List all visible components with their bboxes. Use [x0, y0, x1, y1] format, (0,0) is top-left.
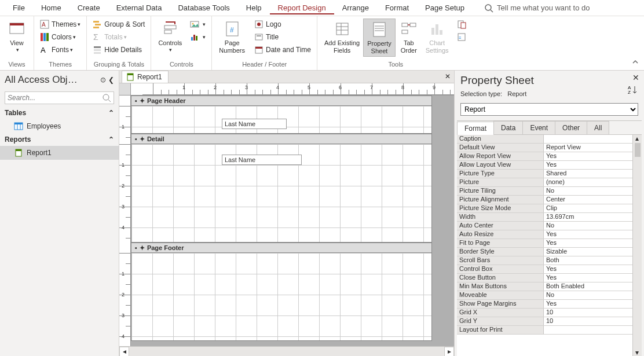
property-row[interactable]: Default ViewReport View	[457, 144, 642, 152]
property-value[interactable]: Report View	[544, 144, 642, 152]
object-selector-select[interactable]: Report	[460, 103, 638, 116]
property-row[interactable]: Scroll BarsBoth	[457, 256, 642, 265]
property-value[interactable]: No	[544, 222, 642, 230]
group-sort-button[interactable]: Group & Sort	[90, 19, 147, 30]
horizontal-scrollbar[interactable]: ◂ ▸	[119, 346, 454, 356]
property-row[interactable]: Border StyleSizable	[457, 248, 642, 256]
nav-search[interactable]	[5, 91, 114, 104]
property-row[interactable]: Picture TilingNo	[457, 187, 642, 196]
menu-database-tools[interactable]: Database Tools	[170, 1, 237, 14]
property-value[interactable]: Yes	[544, 161, 642, 169]
menu-file[interactable]: File	[5, 1, 33, 14]
menu-help[interactable]: Help	[238, 1, 270, 14]
insert-chart-button[interactable]: ▾	[188, 31, 208, 43]
menu-external-data[interactable]: External Data	[108, 1, 170, 14]
scroll-up-button[interactable]: ▴	[634, 135, 641, 142]
property-row[interactable]: Show Page MarginsYes	[457, 300, 642, 309]
search-input[interactable]	[8, 94, 102, 102]
property-tab-other[interactable]: Other	[555, 121, 587, 134]
chart-settings-button[interactable]: Chart Settings	[422, 19, 452, 56]
property-value[interactable]: No	[544, 187, 642, 195]
property-row[interactable]: Picture TypeShared	[457, 170, 642, 178]
property-row[interactable]: Control BoxYes	[457, 265, 642, 274]
property-tab-data[interactable]: Data	[493, 121, 523, 134]
nav-item-employees[interactable]: Employees	[0, 119, 119, 133]
section-band-page-footer[interactable]: ▪✦ Page Footer	[131, 243, 432, 253]
tell-me-wrap[interactable]: Tell me what you want to do	[484, 3, 590, 13]
tab-order-button[interactable]: Tab Order	[396, 19, 422, 56]
property-value[interactable]: Sizable	[544, 248, 642, 256]
property-value[interactable]: Yes	[544, 265, 642, 273]
property-row[interactable]: Picture(none)	[457, 178, 642, 187]
title-button[interactable]: Title	[252, 31, 313, 43]
property-row[interactable]: Caption	[457, 135, 642, 144]
property-sheet-button[interactable]: Property Sheet	[363, 19, 396, 57]
property-value[interactable]: Yes	[544, 274, 642, 282]
property-row[interactable]: Grid Y10	[457, 317, 642, 326]
menu-report-design[interactable]: Report Design	[270, 1, 334, 14]
menu-arrange[interactable]: Arrange	[334, 1, 377, 14]
scroll-right-button[interactable]: ▸	[444, 347, 454, 357]
scroll-left-button[interactable]: ◂	[119, 347, 129, 357]
property-row[interactable]: Min Max ButtonsBoth Enabled	[457, 282, 642, 291]
property-value[interactable]: Yes	[544, 230, 642, 238]
property-value[interactable]: 10	[544, 317, 642, 325]
totals-button[interactable]: ΣTotals▾	[90, 31, 147, 43]
subreport-button[interactable]	[455, 19, 471, 30]
horizontal-ruler[interactable]: 1234567891011121314	[142, 83, 454, 95]
section-grid-detail[interactable]: Last Name	[131, 144, 432, 243]
nav-dropdown-button[interactable]: ⊙	[100, 76, 106, 84]
property-row[interactable]: Picture Size ModeClip	[457, 204, 642, 213]
property-row[interactable]: Allow Report ViewYes	[457, 152, 642, 161]
property-row[interactable]: Close ButtonYes	[457, 274, 642, 282]
themes-button[interactable]: AThemes▾	[38, 19, 83, 30]
property-scrollbar[interactable]: ▴ ▾	[632, 135, 642, 356]
nav-collapse-button[interactable]: ❮	[108, 76, 114, 84]
tab-close-button[interactable]: ✕	[445, 72, 451, 80]
property-value[interactable]: Yes	[544, 239, 642, 247]
property-row[interactable]: Fit to PageYes	[457, 239, 642, 248]
section-grid-page-header[interactable]: Last Name	[131, 106, 432, 134]
property-row[interactable]: Grid X10	[457, 309, 642, 317]
menu-create[interactable]: Create	[69, 1, 108, 14]
property-value[interactable]	[544, 326, 642, 334]
ruler-corner[interactable]	[119, 83, 131, 95]
scroll-down-button[interactable]: ▾	[634, 349, 641, 356]
property-value[interactable]: 10	[544, 309, 642, 317]
property-row[interactable]: Layout for Print	[457, 326, 642, 335]
section-band-page-header[interactable]: ▪✦ Page Header	[131, 96, 432, 106]
sort-az-button[interactable]: AZ	[628, 85, 638, 95]
property-value[interactable]: Both Enabled	[544, 282, 642, 291]
nav-category-reports[interactable]: Reports⌃	[0, 133, 119, 146]
controls-button[interactable]: Controls▾	[155, 19, 185, 54]
report-control-label[interactable]: Last Name	[222, 119, 287, 129]
property-value[interactable]: (none)	[544, 178, 642, 186]
nav-category-tables[interactable]: Tables⌃	[0, 107, 119, 119]
report-canvas[interactable]: ▪✦ Page HeaderLast Name▪✦ DetailLast Nam…	[131, 96, 454, 346]
hide-details-button[interactable]: Hide Details	[90, 44, 147, 56]
fonts-button[interactable]: AFonts▾	[38, 44, 83, 56]
view-button[interactable]: View▾	[3, 19, 30, 54]
report-control-text[interactable]: Last Name	[222, 155, 302, 165]
property-tab-format[interactable]: Format	[457, 122, 494, 135]
insert-image-button[interactable]: ▾	[188, 19, 208, 30]
vertical-ruler[interactable]: 112341234	[119, 96, 131, 346]
menu-page-setup[interactable]: Page Setup	[417, 1, 473, 14]
add-existing-fields-button[interactable]: Add Existing Fields	[321, 19, 363, 56]
menu-format[interactable]: Format	[377, 1, 417, 14]
page-numbers-button[interactable]: # Page Numbers	[215, 19, 248, 56]
property-value[interactable]: Both	[544, 256, 642, 265]
property-row[interactable]: Auto CenterNo	[457, 222, 642, 230]
property-row[interactable]: Auto ResizeYes	[457, 230, 642, 239]
property-value[interactable]: Shared	[544, 170, 642, 178]
property-tab-all[interactable]: All	[587, 121, 609, 134]
object-selector[interactable]: Report	[460, 103, 638, 116]
property-value[interactable]: Yes	[544, 300, 642, 308]
scroll-track[interactable]	[129, 347, 444, 357]
property-row[interactable]: MoveableNo	[457, 291, 642, 300]
logo-button[interactable]: Logo	[252, 19, 313, 30]
property-value[interactable]: Yes	[544, 152, 642, 160]
date-time-button[interactable]: Date and Time	[252, 44, 313, 56]
scroll-thumb[interactable]	[635, 143, 641, 157]
colors-button[interactable]: Colors▾	[38, 31, 83, 43]
